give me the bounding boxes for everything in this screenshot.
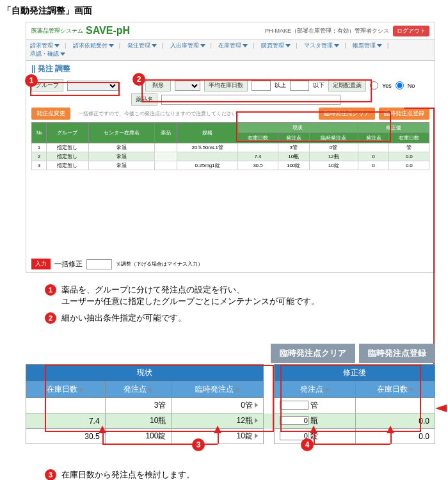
menu-bar: 請求管理| 請求依頼受付| 発注管理| 入出庫管理| 在庫管理| 購買管理| マ…	[26, 40, 435, 61]
group-select[interactable]	[67, 81, 118, 91]
sort-icon[interactable]	[409, 388, 414, 392]
zoom-panel: 臨時発注点クリア 臨時発注点登録 現状 修正後 在庫日数 発注点 臨時発注点 発…	[26, 344, 435, 460]
avg-label: 平均在庫日数	[204, 79, 248, 92]
menu-item[interactable]: 承認・確認	[30, 50, 65, 58]
page-title: 「自動発注調整」画面	[0, 0, 448, 22]
menu-item[interactable]: 発注管理	[127, 42, 157, 50]
arrow-right-icon	[255, 433, 258, 438]
data-table: № グループ センター在庫名 薬品 規格 現状 修正後 在庫日数発注点臨時発注点…	[31, 122, 429, 170]
section-title: || 発注 調整	[26, 61, 435, 77]
clear-button-zoom[interactable]: 臨時発注点クリア	[271, 344, 355, 363]
sort-icon[interactable]	[148, 388, 153, 392]
sort-icon[interactable]	[235, 388, 240, 392]
table-row[interactable]: 3管0管 管	[26, 398, 435, 413]
hint-text: 一括修正ですので、今後この発注点になりますので注意してください。	[78, 110, 242, 117]
chevron-down-icon	[200, 44, 205, 47]
batch-input[interactable]	[86, 259, 112, 269]
logout-button[interactable]: ログアウト	[393, 26, 429, 36]
lte-label: 以下	[313, 81, 324, 90]
chevron-down-icon	[377, 44, 382, 47]
explain-text: 細かい抽出条件指定が可能です。	[61, 312, 186, 324]
op-input[interactable]	[280, 401, 308, 410]
fixed-yes-radio[interactable]	[370, 81, 378, 90]
chevron-down-icon	[60, 52, 65, 56]
menu-item[interactable]: 在庫管理	[218, 42, 248, 50]
input-footer: 入力 一括修正 ％調整（下げる場合はマイナス入力）	[26, 256, 435, 272]
menu-item[interactable]: 入出庫管理	[170, 42, 205, 50]
callout-3: 3	[192, 438, 205, 451]
explain-text: 在庫日数から発注点を検討します。	[61, 469, 195, 480]
app-header: 医薬品管理システム SAVE-pH PH-MAKE（部署在庫管理：有効）管理者ク…	[26, 22, 435, 40]
table-row[interactable]: 30.5100錠10錠 錠0.0	[26, 429, 435, 444]
table-row[interactable]: 3指定無し常温0.25mg1錠 30.5100錠10錠00.0	[32, 161, 429, 170]
logo: SAVE-pH	[86, 25, 130, 36]
menu-item[interactable]: 請求管理	[30, 42, 60, 50]
register-button-zoom[interactable]: 臨時発注点登録	[359, 344, 435, 363]
callout-2: 2	[45, 312, 56, 324]
app-window: 医薬品管理システム SAVE-pH PH-MAKE（部署在庫管理：有効）管理者ク…	[26, 22, 435, 273]
fixed-label: 定期配置薬	[328, 79, 366, 92]
sort-icon[interactable]	[79, 388, 84, 392]
menu-item[interactable]: 請求依頼受付	[73, 42, 114, 50]
callout-3: 3	[45, 469, 56, 480]
chevron-down-icon	[334, 44, 339, 47]
chevron-down-icon	[243, 44, 248, 47]
callout-2: 2	[132, 73, 145, 86]
callout-1: 1	[45, 284, 56, 296]
explain-text: 薬品を、グループに分けて発注点の設定を行い、ユーザーが任意に指定したグループごと…	[61, 284, 319, 307]
form-label: 剤形	[145, 79, 171, 92]
arrow-right-icon	[255, 403, 258, 408]
header-info: PH-MAKE（部署在庫管理：有効）管理者クシス	[265, 27, 389, 35]
sort-icon[interactable]	[324, 388, 330, 392]
chevron-down-icon	[109, 44, 114, 47]
register-button[interactable]: 臨時発注点登録	[379, 108, 429, 120]
chevron-down-icon	[152, 44, 157, 47]
table-row[interactable]: 7.410瓶12瓶 瓶0.0	[26, 413, 435, 429]
input-tag: 入力	[31, 259, 51, 269]
arrow-right-icon	[255, 418, 258, 423]
avg-input-max[interactable]	[290, 81, 309, 91]
clear-button[interactable]: 臨時発注点クリア	[319, 108, 375, 120]
filter-zone: 1 2 グループ 剤形 平均在庫日数 以上 以下 定期配置薬 Yes No 薬品…	[26, 77, 435, 256]
op-input[interactable]	[280, 416, 308, 425]
form-select[interactable]	[175, 81, 200, 91]
logo-subtitle: 医薬品管理システム	[31, 27, 83, 35]
gte-label: 以上	[275, 81, 286, 90]
callout-1: 1	[25, 74, 38, 87]
table-row[interactable]: 1指定無し常温20％50mL1管 3管0管管	[32, 143, 429, 152]
batch-label: 一括修正	[54, 259, 83, 269]
batch-suffix: ％調整（下げる場合はマイナス入力）	[116, 260, 203, 268]
menu-item[interactable]: マスタ管理	[304, 42, 339, 50]
table-row[interactable]: 2指定無し常温 7.410瓶12瓶00.0	[32, 152, 429, 161]
drug-input[interactable]	[161, 95, 340, 105]
fixed-no-radio[interactable]	[396, 81, 404, 90]
menu-item[interactable]: 購買管理	[261, 42, 291, 50]
drug-label: 薬品名	[131, 93, 157, 106]
chevron-down-icon	[285, 44, 291, 47]
callout-4: 4	[301, 438, 314, 451]
avg-input-min[interactable]	[252, 81, 271, 91]
zoom-table: 現状 修正後 在庫日数 発注点 臨時発注点 発注点 在庫日数 3管0管 管 7.…	[26, 364, 435, 444]
menu-item[interactable]: 帳票管理	[353, 42, 382, 50]
chevron-down-icon	[54, 44, 60, 47]
update-button[interactable]: 発注点変更	[31, 108, 70, 120]
